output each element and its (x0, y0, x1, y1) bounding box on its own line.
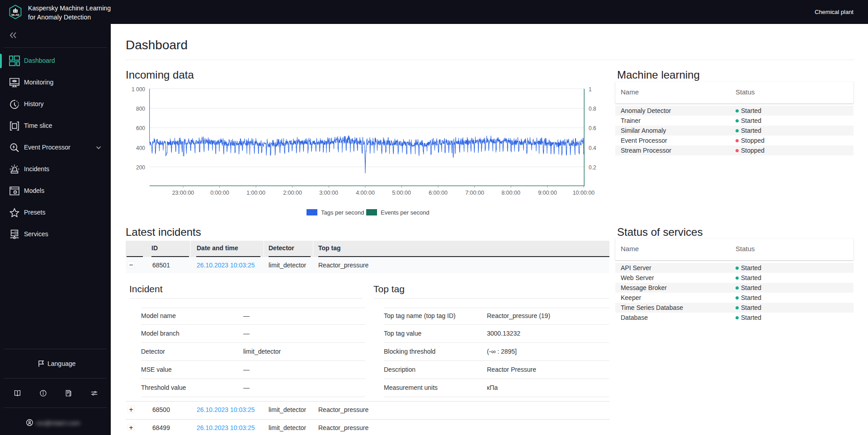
svg-text:MLAD: MLAD (11, 14, 19, 16)
